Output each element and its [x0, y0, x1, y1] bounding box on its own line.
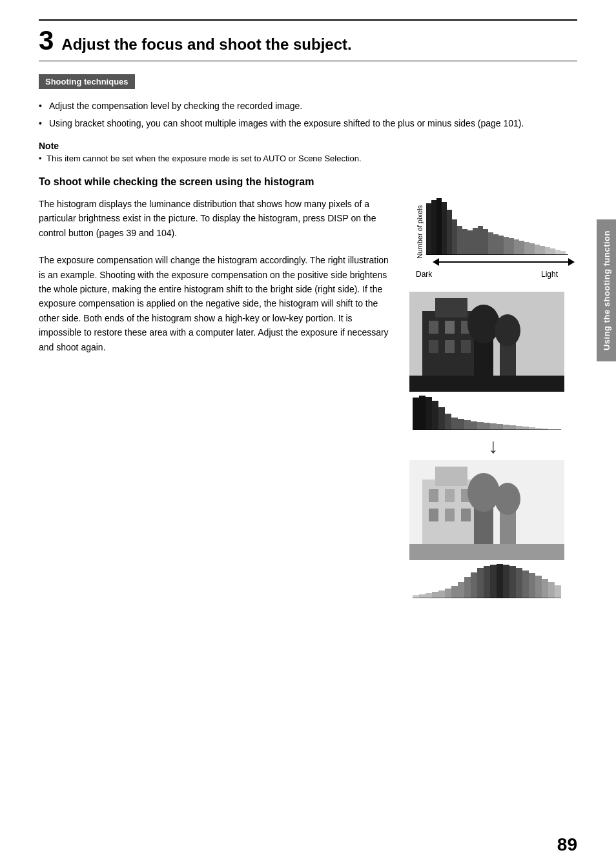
svg-rect-10 [478, 226, 483, 255]
svg-rect-78 [413, 595, 419, 598]
svg-rect-44 [426, 397, 432, 430]
top-rule [39, 19, 577, 21]
svg-rect-87 [471, 572, 477, 598]
svg-rect-18 [519, 241, 524, 255]
svg-rect-48 [451, 418, 458, 430]
dark-label: Dark [416, 270, 432, 279]
svg-rect-36 [461, 340, 471, 353]
svg-rect-99 [548, 582, 555, 598]
svg-rect-53 [484, 423, 490, 430]
svg-rect-93 [509, 566, 516, 598]
text-block-1: The histogram displays the luminance dis… [39, 197, 396, 240]
svg-rect-50 [464, 420, 471, 430]
svg-rect-80 [426, 593, 432, 598]
svg-rect-90 [490, 565, 497, 598]
image-column: Number of pixels [409, 197, 577, 600]
svg-rect-67 [429, 489, 438, 502]
svg-rect-66 [435, 467, 467, 486]
svg-rect-0 [426, 203, 431, 255]
svg-rect-92 [503, 565, 509, 598]
svg-rect-54 [490, 423, 497, 430]
svg-rect-20 [529, 243, 535, 255]
bottom-rule [39, 61, 577, 61]
svg-rect-68 [445, 489, 455, 502]
svg-rect-96 [529, 573, 535, 598]
svg-rect-97 [535, 576, 542, 598]
svg-rect-60 [529, 427, 535, 430]
svg-rect-46 [438, 407, 445, 430]
svg-rect-77 [409, 544, 564, 560]
svg-rect-70 [429, 509, 438, 521]
svg-rect-22 [540, 246, 545, 255]
svg-rect-21 [535, 245, 540, 255]
svg-rect-17 [514, 239, 519, 255]
histogram-arrow [433, 258, 575, 266]
svg-rect-59 [522, 427, 529, 430]
arrow-right [568, 258, 575, 266]
sub-heading: To shoot while checking the screen using… [39, 176, 577, 188]
svg-rect-95 [522, 570, 529, 598]
svg-rect-43 [419, 396, 426, 430]
svg-rect-72 [461, 509, 471, 521]
histogram-small-2 [413, 563, 561, 598]
content-area: The histogram displays the luminance dis… [39, 197, 577, 600]
svg-rect-57 [509, 425, 516, 430]
dark-light-labels: Dark Light [416, 270, 558, 279]
svg-rect-49 [458, 419, 464, 430]
histogram-small-1 [413, 394, 561, 430]
light-label: Light [541, 270, 558, 279]
svg-point-74 [467, 473, 500, 512]
histogram-svg [426, 197, 575, 267]
svg-rect-5 [452, 219, 457, 255]
svg-rect-86 [464, 577, 471, 598]
svg-rect-100 [555, 585, 561, 598]
svg-rect-24 [550, 248, 555, 255]
bullet-list: Adjust the compensation level by checkin… [39, 99, 577, 130]
svg-rect-85 [458, 582, 464, 598]
svg-rect-56 [503, 425, 509, 430]
svg-rect-35 [445, 340, 455, 353]
svg-point-38 [467, 305, 500, 343]
svg-rect-23 [545, 247, 550, 255]
svg-rect-6 [457, 226, 462, 255]
svg-point-40 [495, 314, 520, 347]
svg-rect-71 [445, 509, 455, 521]
arrow-left [433, 258, 439, 266]
note-text: This item cannot be set when the exposur… [39, 154, 577, 163]
side-tab-text: Using the shooting function [602, 230, 611, 350]
svg-rect-82 [438, 590, 445, 598]
svg-rect-7 [462, 229, 467, 255]
svg-rect-19 [524, 242, 529, 255]
svg-rect-47 [445, 414, 451, 430]
svg-rect-89 [484, 566, 490, 598]
side-tab-wrapper: Using the shooting function [597, 219, 616, 361]
svg-rect-84 [451, 586, 458, 598]
svg-rect-9 [473, 228, 478, 255]
svg-rect-3 [442, 202, 447, 255]
svg-rect-1 [431, 200, 436, 255]
page-number: 89 [557, 834, 577, 855]
chapter-heading: 3 Adjust the focus and shoot the subject… [39, 27, 577, 54]
svg-rect-34 [429, 340, 438, 353]
histogram-vertical-label: Number of pixels [416, 205, 424, 259]
text-block-2: The exposure compensation will change th… [39, 253, 396, 354]
photo-bright [409, 460, 564, 560]
svg-rect-98 [542, 579, 548, 598]
text-column: The histogram displays the luminance dis… [39, 197, 396, 600]
svg-rect-94 [516, 568, 522, 598]
photo-dark [409, 292, 564, 392]
chapter-title: Adjust the focus and shoot the subject. [61, 35, 351, 54]
svg-rect-88 [477, 568, 484, 598]
svg-rect-31 [429, 321, 438, 334]
svg-rect-55 [497, 424, 503, 430]
svg-rect-79 [419, 594, 426, 598]
svg-rect-14 [498, 236, 504, 255]
svg-rect-26 [560, 251, 566, 255]
page-container: 3 Adjust the focus and shoot the subject… [0, 0, 616, 868]
techniques-badge: Shooting techniques [39, 74, 135, 89]
svg-rect-58 [516, 426, 522, 430]
svg-rect-12 [488, 232, 493, 255]
svg-rect-81 [432, 592, 438, 598]
svg-rect-91 [497, 564, 503, 598]
svg-rect-15 [504, 237, 509, 255]
